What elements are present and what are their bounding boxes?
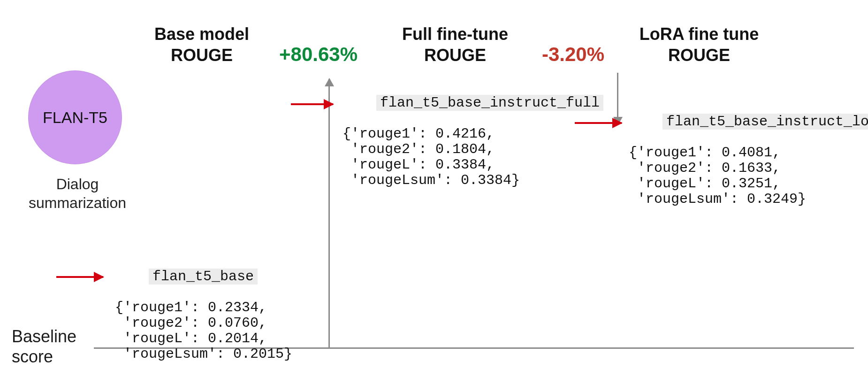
- result-lora: flan_t5_base_instruct_lora {'rouge1': 0.…: [629, 99, 868, 238]
- delta-full-to-lora: -3.20%: [542, 43, 604, 66]
- col-head-full-l1: Full fine-tune: [402, 24, 508, 44]
- col-head-base: Base model ROUGE: [136, 23, 267, 66]
- result-full-name: flan_t5_base_instruct_full: [376, 95, 603, 111]
- col-head-lora-l2: ROUGE: [668, 46, 730, 65]
- result-lora-name: flan_t5_base_instruct_lora: [662, 114, 868, 130]
- model-badge: FLAN-T5: [28, 70, 122, 164]
- baseline-label: Baseline score: [12, 326, 76, 367]
- result-base: flan_t5_base {'rouge1': 0.2334, 'rouge2'…: [115, 254, 292, 369]
- col-head-lora-l1: LoRA fine tune: [640, 24, 759, 44]
- delta-base-to-full: +80.63%: [279, 43, 358, 66]
- task-label: Dialog summarization: [21, 175, 134, 212]
- arrow-down-icon: [617, 73, 618, 124]
- red-arrow-icon: [291, 103, 333, 105]
- red-arrow-icon: [56, 276, 103, 278]
- result-lora-body: {'rouge1': 0.4081, 'rouge2': 0.1633, 'ro…: [629, 145, 868, 207]
- col-head-full: Full fine-tune ROUGE: [380, 23, 530, 66]
- result-full: flan_t5_base_instruct_full {'rouge1': 0.…: [343, 80, 603, 219]
- col-head-lora: LoRA fine tune ROUGE: [619, 23, 779, 66]
- result-base-name: flan_t5_base: [149, 269, 258, 284]
- arrow-up-icon: [328, 79, 330, 347]
- col-head-full-l2: ROUGE: [424, 46, 486, 65]
- col-head-base-l1: Base model: [154, 24, 249, 44]
- diagram-canvas: Base model ROUGE Full fine-tune ROUGE Lo…: [0, 0, 868, 369]
- result-base-body: {'rouge1': 0.2334, 'rouge2': 0.0760, 'ro…: [115, 300, 292, 362]
- result-full-body: {'rouge1': 0.4216, 'rouge2': 0.1804, 'ro…: [343, 126, 603, 188]
- model-name: FLAN-T5: [43, 108, 107, 127]
- col-head-base-l2: ROUGE: [171, 46, 233, 65]
